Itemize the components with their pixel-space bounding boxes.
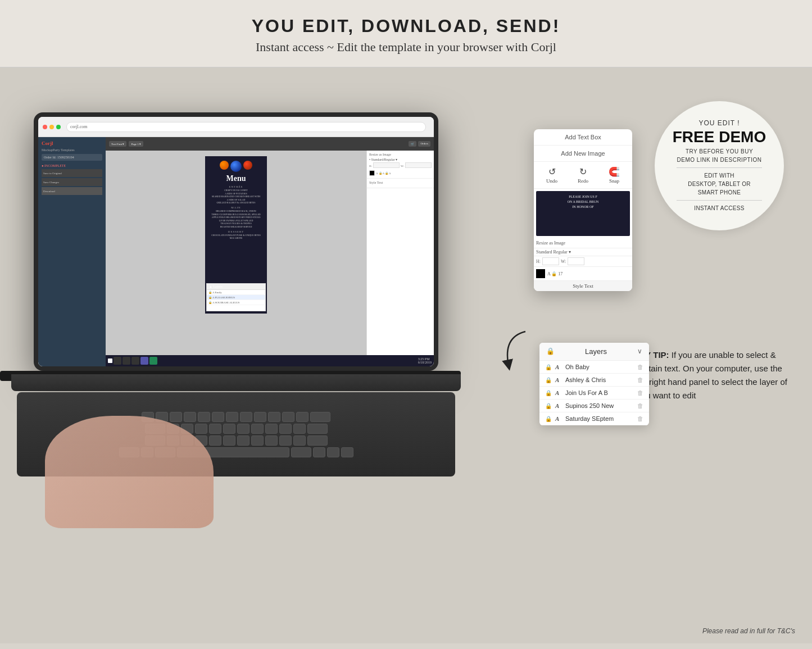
toolbar-btn-1[interactable]: Text Font ▾ [109,141,126,147]
key-k[interactable] [265,424,278,434]
layer-delete-icon-4[interactable]: 🗑 [637,402,643,409]
key-slash[interactable] [293,435,306,446]
corjl-canvas[interactable]: Menu ENTRÉE CRISPY DUCK CONFITA SIDE OF … [106,151,366,355]
key-y[interactable] [212,412,224,422]
layer-item-saturday[interactable]: 🔒 A Saturday SEptem 🗑 [539,412,649,425]
redo-tool[interactable]: ↻ Redo [578,166,588,184]
standard-regular-label: Standard Regular ▾ [534,248,632,256]
key-period[interactable] [279,435,292,446]
key-o[interactable] [254,412,266,422]
key-bracket[interactable] [282,412,294,422]
add-text-box-button[interactable]: Add Text Box [534,129,632,146]
key-semi[interactable] [293,424,306,434]
try-before-label: TRY BEFORE YOU BUYDEMO LINK IN DESCRIPTI… [677,147,762,164]
sidebar-nav-item[interactable]: Save to Original [42,169,102,177]
key-e[interactable] [170,412,182,422]
key-f[interactable] [209,424,221,434]
corjl-main: Text Font ▾ Page 1 ▾ 🛒 Orders [106,137,434,366]
menu-section-dessert: DESSERT [210,230,262,233]
snap-label: Snap [609,178,619,184]
layer-item-join-us[interactable]: 🔒 A Join Us For A B 🗑 [539,387,649,400]
layer-delete-icon-1[interactable]: 🗑 [637,364,643,370]
start-button[interactable] [108,358,112,363]
toolbar-btn-orders[interactable]: Orders [418,141,430,147]
right-panel-standard: • Standard/Regular ▾ [369,157,432,161]
corjl-toolbar: Text Font ▾ Page 1 ▾ 🛒 Orders [106,137,434,151]
edit-with-label: EDIT WITHDESKTOP, TABLET ORSMART PHONE [688,171,751,197]
browser-max-dot [56,125,61,129]
sidebar-nav-item-2[interactable]: Save Changes [42,178,102,186]
key-alt-right[interactable] [291,447,311,457]
toolbar-btn-shop[interactable]: 🛒 [409,141,416,147]
layers-chevron-icon[interactable]: ∨ [637,347,642,356]
layer-name-oh-baby: Oh Baby [565,364,634,370]
key-arrow-left[interactable] [313,447,325,457]
key-shift-right[interactable] [307,435,328,446]
corjl-sidebar: Corjl MockupParty Templates Order Id: 15… [38,137,106,366]
key-t[interactable] [198,412,210,422]
right-panel-w-input[interactable] [405,162,432,168]
layer-name-ashley-chris: Ashley & Chris [565,376,634,383]
key-g[interactable] [223,424,235,434]
corjl-right-panel: Resize as Image • Standard/Regular ▾ H: … [366,151,434,355]
sidebar-nav-item-3[interactable]: Download [42,187,102,195]
key-p[interactable] [268,412,280,422]
right-panel-resize: Resize as Image • Standard/Regular ▾ H: … [367,151,434,179]
layer-item-supinos[interactable]: 🔒 A Supinos 250 New 🗑 [539,400,649,412]
menu-main-items: BRAISED COMPRESSED RACK, ONIONTHREE CLUB… [210,210,262,229]
layer-item-ashley-chris[interactable]: 🔒 A Ashley & Chris 🗑 [539,374,649,387]
small-layer-emily[interactable]: 🔒 A Emily [207,290,265,295]
key-m[interactable] [251,435,264,446]
undo-tool[interactable]: ↺ Undo [546,166,557,184]
right-panel-style-title: Style Text [369,181,432,184]
key-comma[interactable] [265,435,278,446]
key-i[interactable] [240,412,252,422]
browser-close-dot [43,125,47,129]
taskbar-item-2[interactable] [123,357,130,365]
key-n[interactable] [237,435,250,446]
small-layer-please[interactable]: 🔒 A PLEASEJOINUS [207,295,265,300]
headline: YOU EDIT, DOWNLOAD, SEND! [11,16,801,37]
layer-item-oh-baby[interactable]: 🔒 A Oh Baby 🗑 [539,361,649,374]
layer-delete-icon-2[interactable]: 🗑 [637,376,643,383]
redo-icon: ↻ [579,166,587,177]
key-bracket2[interactable] [296,412,309,422]
style-text-button[interactable]: Style Text [534,280,632,291]
key-arrow-right[interactable] [341,447,353,457]
taskbar-item-corjl[interactable] [140,357,148,365]
sidebar-section: ● INCOMPLETE Save to Original Save Chang… [42,164,102,195]
layer-type-3: A [555,389,562,396]
right-panel-color-row: A 🔒 A 🔒 A [369,170,432,176]
key-j[interactable] [251,424,264,434]
key-r[interactable] [184,412,196,422]
color-swatch[interactable] [369,170,375,176]
taskbar-item-1[interactable] [114,357,121,365]
mobile-panel: Add Text Box Add New Image ↺ Undo ↻ Redo… [534,129,632,291]
add-new-image-button[interactable]: Add New Image [534,146,632,162]
browser-url-bar[interactable]: corjl.com [66,122,426,132]
key-d[interactable] [195,424,207,434]
layer-delete-icon-5[interactable]: 🗑 [637,415,643,422]
snap-tool[interactable]: 🧲 Snap [609,166,620,184]
key-l[interactable] [279,424,292,434]
toolbar-btn-zoom[interactable]: Page 1 ▾ [129,141,143,147]
key-h[interactable] [237,424,250,434]
width-input[interactable] [568,257,584,265]
taskbar-item-3[interactable] [131,357,139,365]
key-v[interactable] [209,435,221,446]
layer-delete-icon-3[interactable]: 🗑 [637,389,643,396]
key-enter[interactable] [307,424,328,434]
color-picker[interactable] [536,269,545,278]
key-u[interactable] [226,412,238,422]
key-arrow-up[interactable] [327,447,339,457]
right-panel-h-input[interactable] [373,162,400,168]
taskbar-item-green[interactable] [149,357,157,365]
layer-name-supinos: Supinos 250 New [565,402,634,409]
key-backspace[interactable] [310,412,330,422]
browser-chrome: corjl.com [38,117,434,137]
key-b[interactable] [223,435,235,446]
corjl-tagline: MockupParty Templates [42,148,102,152]
laptop-container: corjl.com Corjl MockupParty Templates Or… [0,79,461,584]
height-input[interactable] [542,257,559,265]
small-layer-souirase[interactable]: 🔒 A SOUIRASE ALIGUS [207,300,265,305]
